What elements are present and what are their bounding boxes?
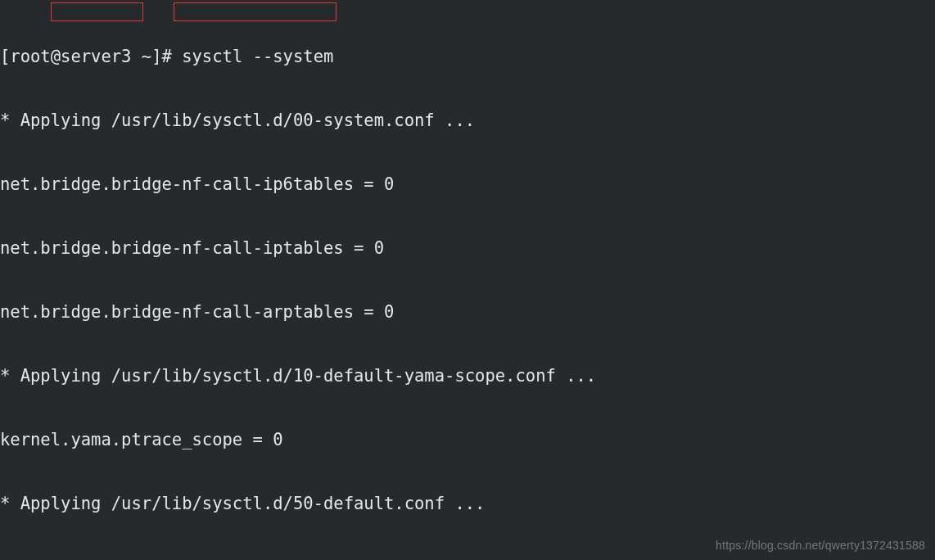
terminal-output[interactable]: [root@server3 ~]# sysctl --system * Appl… (0, 0, 935, 560)
output-line: kernel.sysrq = 16 (0, 557, 935, 560)
prompt-prefix: [root (0, 47, 51, 66)
command-1: sysctl --system (182, 47, 333, 66)
highlight-box-host (51, 2, 143, 21)
output-line: * Applying /usr/lib/sysctl.d/10-default-… (0, 365, 935, 386)
prompt-suffix: ~]# (142, 47, 182, 66)
output-line: net.bridge.bridge-nf-call-iptables = 0 (0, 237, 935, 259)
prompt-line-1: [root@server3 ~]# sysctl --system (0, 46, 935, 67)
output-line: net.bridge.bridge-nf-call-ip6tables = 0 (0, 174, 935, 195)
watermark-text: https://blog.csdn.net/qwerty1372431588 (716, 539, 925, 552)
output-line: kernel.yama.ptrace_scope = 0 (0, 429, 935, 450)
highlight-box-command (174, 2, 337, 21)
output-line: net.bridge.bridge-nf-call-arptables = 0 (0, 301, 935, 323)
output-line: * Applying /usr/lib/sysctl.d/50-default.… (0, 493, 935, 514)
prompt-host: @server3 (51, 47, 142, 66)
output-line: * Applying /usr/lib/sysctl.d/00-system.c… (0, 110, 935, 131)
